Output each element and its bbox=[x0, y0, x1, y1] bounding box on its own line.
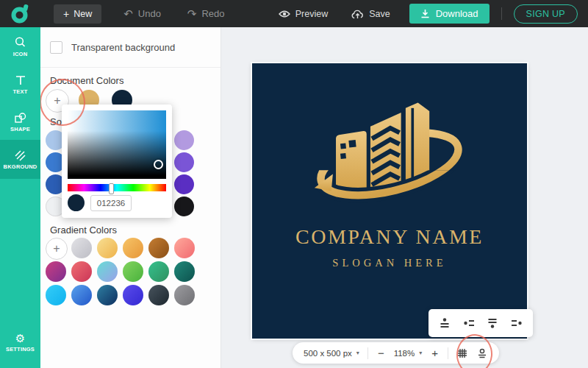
eye-icon bbox=[279, 10, 290, 18]
preview-button[interactable]: Preview bbox=[279, 9, 328, 19]
saturation-selector[interactable] bbox=[154, 160, 163, 169]
sidebar-item-icon[interactable]: ICON bbox=[0, 29, 40, 65]
align-bottom-icon[interactable] bbox=[486, 316, 499, 330]
zoom-level-dropdown[interactable]: 118% ▾ bbox=[394, 349, 423, 358]
align-stamp-icon bbox=[476, 347, 488, 359]
sidebar-item-shape[interactable]: SHAPE bbox=[0, 104, 40, 140]
top-bar-separator bbox=[501, 7, 502, 20]
grid-toggle-button[interactable] bbox=[456, 347, 468, 359]
gradient-color-swatch[interactable] bbox=[123, 238, 143, 258]
alignment-toolbar bbox=[429, 309, 533, 337]
redo-label: Redo bbox=[201, 8, 224, 19]
slogan-text[interactable]: SLOGAN HERE bbox=[252, 257, 527, 269]
new-button-label: New bbox=[74, 9, 92, 19]
top-bar-right: Preview Save Download SIGN UP bbox=[279, 4, 588, 24]
gradient-color-swatch[interactable] bbox=[148, 285, 169, 305]
logo-canvas[interactable]: COMPANY NAME SLOGAN HERE bbox=[252, 63, 527, 339]
top-bar: + New ↶ Undo ↷ Redo Preview Save bbox=[0, 0, 588, 27]
sidebar-item-label: SHAPE bbox=[10, 126, 30, 132]
transparent-background-label: Transparent background bbox=[71, 42, 175, 53]
plus-icon: + bbox=[63, 10, 69, 18]
undo-button[interactable]: ↶ Undo bbox=[123, 8, 161, 19]
color-picker-popup bbox=[62, 105, 172, 218]
zoom-out-button[interactable]: − bbox=[376, 347, 386, 359]
gradient-color-swatch[interactable] bbox=[123, 261, 143, 282]
undo-label: Undo bbox=[138, 8, 161, 19]
shapes-icon bbox=[14, 112, 26, 124]
background-panel: Transparent background Document Colors +… bbox=[40, 27, 221, 368]
company-name-text[interactable]: COMPANY NAME bbox=[252, 225, 527, 249]
gradient-color-swatch[interactable] bbox=[174, 285, 195, 305]
sidebar-item-label: ICON bbox=[13, 51, 28, 57]
download-label: Download bbox=[436, 8, 478, 19]
zoom-level-label: 118% bbox=[394, 349, 415, 358]
cloud-upload-icon bbox=[351, 9, 364, 19]
gradient-color-swatch[interactable] bbox=[97, 285, 118, 305]
buildings-logo-icon bbox=[312, 93, 467, 219]
signup-button[interactable]: SIGN UP bbox=[514, 4, 578, 24]
hue-slider-handle[interactable] bbox=[109, 183, 114, 194]
download-icon bbox=[420, 9, 430, 18]
text-icon bbox=[15, 74, 26, 86]
canvas-size-label: 500 x 500 px bbox=[304, 349, 352, 358]
save-label: Save bbox=[369, 9, 390, 19]
align-canvas-button[interactable] bbox=[476, 347, 488, 359]
download-button[interactable]: Download bbox=[409, 4, 490, 24]
hue-slider[interactable] bbox=[68, 184, 166, 191]
chevron-down-icon: ▾ bbox=[419, 350, 422, 356]
transparent-background-row: Transparent background bbox=[50, 41, 175, 54]
chevron-down-icon: ▾ bbox=[356, 350, 359, 356]
sidebar-item-text[interactable]: TEXT bbox=[0, 66, 40, 102]
solid-color-swatch[interactable] bbox=[174, 152, 194, 172]
align-top-icon[interactable] bbox=[438, 316, 451, 330]
sidebar-item-settings[interactable]: ⚙ SETTINGS bbox=[0, 325, 40, 361]
gradient-color-swatch[interactable] bbox=[97, 238, 118, 258]
hex-color-input[interactable] bbox=[90, 195, 132, 211]
gradient-color-swatch[interactable] bbox=[71, 285, 92, 305]
sidebar-item-bkground[interactable]: BKGROUND bbox=[0, 140, 40, 179]
saturation-area[interactable] bbox=[68, 110, 166, 179]
undo-icon: ↶ bbox=[123, 10, 133, 18]
app-logo[interactable] bbox=[0, 0, 40, 27]
left-rail: ICON TEXT SHAPE BKGROUND ⚙ SETTINGS bbox=[0, 27, 40, 368]
pill-separator bbox=[368, 347, 368, 359]
app-logo-icon bbox=[10, 3, 31, 25]
document-colors-title: Document Colors bbox=[50, 75, 123, 86]
current-color-swatch bbox=[68, 194, 85, 211]
save-button[interactable]: Save bbox=[351, 9, 390, 19]
zoom-in-button[interactable]: + bbox=[430, 347, 440, 359]
gradient-color-swatch[interactable] bbox=[148, 261, 169, 282]
redo-button[interactable]: ↷ Redo bbox=[187, 8, 225, 19]
canvas-size-dropdown[interactable]: 500 x 500 px ▾ bbox=[304, 349, 359, 358]
sidebar-item-label: BKGROUND bbox=[4, 163, 37, 170]
preview-label: Preview bbox=[295, 9, 328, 19]
gradient-color-swatch[interactable] bbox=[71, 238, 92, 258]
align-right-icon[interactable] bbox=[510, 316, 523, 330]
workspace: COMPANY NAME SLOGAN HERE bbox=[220, 27, 588, 368]
panel-divider bbox=[40, 67, 220, 68]
redo-icon: ↷ bbox=[187, 10, 197, 18]
solid-color-swatch[interactable] bbox=[174, 174, 194, 194]
sidebar-item-label: TEXT bbox=[13, 88, 28, 95]
new-button[interactable]: + New bbox=[54, 4, 101, 24]
gradient-color-swatch[interactable] bbox=[97, 261, 118, 282]
align-left-icon[interactable] bbox=[462, 316, 476, 330]
gradient-color-swatch[interactable] bbox=[71, 261, 92, 282]
background-hatch-icon bbox=[14, 149, 26, 161]
gradient-color-swatch[interactable] bbox=[46, 261, 66, 282]
gradient-color-swatch[interactable] bbox=[123, 285, 143, 305]
solid-color-swatch[interactable] bbox=[174, 197, 194, 216]
grid-icon bbox=[456, 347, 468, 359]
gradient-color-swatch[interactable] bbox=[46, 285, 66, 305]
gradient-color-swatch[interactable] bbox=[174, 261, 195, 282]
solid-color-swatch[interactable] bbox=[174, 130, 194, 150]
pill-separator bbox=[448, 347, 448, 359]
transparent-background-checkbox[interactable] bbox=[50, 41, 62, 54]
gradient-color-swatch[interactable] bbox=[174, 238, 195, 258]
add-gradient-color-button[interactable]: + bbox=[46, 238, 68, 260]
gradient-color-swatch[interactable] bbox=[148, 238, 169, 258]
magnifier-icon bbox=[14, 36, 26, 49]
gradient-colors-title: Gradient Colors bbox=[50, 224, 117, 236]
sidebar-item-label: SETTINGS bbox=[6, 346, 35, 353]
signup-label: SIGN UP bbox=[526, 9, 566, 19]
